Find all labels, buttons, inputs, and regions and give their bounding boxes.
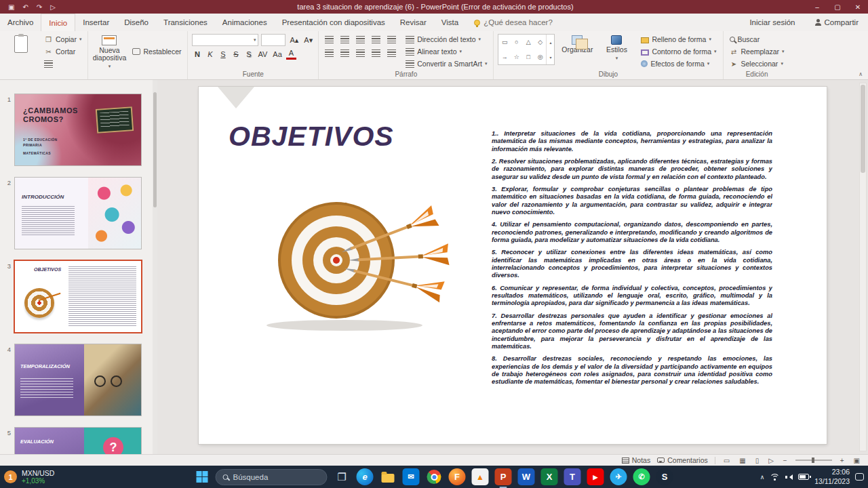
line-spacing-button[interactable] bbox=[385, 34, 398, 45]
sign-in-button[interactable]: Iniciar sesión bbox=[740, 14, 804, 31]
slide-sorter-view-button[interactable]: ▦ bbox=[738, 457, 747, 464]
minimize-button[interactable]: – bbox=[807, 0, 827, 14]
italic-button[interactable]: K bbox=[205, 48, 215, 60]
tab-inicio[interactable]: Inicio bbox=[41, 14, 75, 31]
grow-font-button[interactable]: A▴ bbox=[288, 35, 300, 46]
panel-scrollbar[interactable] bbox=[153, 80, 157, 454]
new-slide-button[interactable]: Nueva diapositiva ▾ bbox=[92, 34, 126, 69]
start-slideshow-icon[interactable]: ▷ bbox=[50, 3, 56, 11]
scrollbar-thumb[interactable] bbox=[861, 85, 865, 173]
align-right-button[interactable] bbox=[354, 47, 367, 59]
wifi-icon[interactable] bbox=[770, 473, 780, 481]
quick-styles-button[interactable]: Estilos ▾ bbox=[599, 34, 633, 69]
save-icon[interactable]: ▣ bbox=[8, 3, 14, 11]
normal-view-button[interactable]: ▭ bbox=[722, 457, 731, 464]
underline-button[interactable]: S bbox=[218, 48, 228, 60]
gallery-scroll-arrows[interactable]: ▴ ▾ bbox=[546, 35, 554, 64]
tab-animaciones[interactable]: Animaciones bbox=[215, 14, 275, 31]
taskbar-app-file-explorer[interactable] bbox=[380, 468, 397, 485]
select-button[interactable]: ➤ Seleccionar ▾ bbox=[728, 58, 787, 69]
numbering-button[interactable] bbox=[338, 34, 351, 45]
objectives-text-box[interactable]: 1.. Interpretar situaciones de la vida c… bbox=[492, 130, 772, 435]
slide-canvas[interactable]: OBJETIVOS bbox=[157, 80, 868, 454]
taskbar-app-powerpoint[interactable]: P bbox=[495, 468, 512, 485]
taskbar-app-chrome[interactable] bbox=[426, 468, 443, 485]
taskbar-app-mail[interactable]: ✉ bbox=[403, 468, 420, 485]
gallery-down-icon[interactable]: ▾ bbox=[549, 55, 551, 60]
align-center-button[interactable] bbox=[338, 47, 351, 59]
columns-button[interactable] bbox=[385, 47, 398, 59]
close-button[interactable]: ✕ bbox=[848, 0, 868, 14]
taskbar-app-teams[interactable]: T bbox=[564, 468, 581, 485]
text-shadow-button[interactable]: S bbox=[243, 48, 254, 60]
taskbar-app-excel[interactable]: X bbox=[541, 468, 558, 485]
zoom-in-button[interactable]: + bbox=[839, 457, 846, 464]
taskbar-app-vlc[interactable]: ▲ bbox=[472, 468, 489, 485]
bold-button[interactable]: N bbox=[192, 48, 202, 60]
cut-button[interactable]: ✂ Cortar bbox=[42, 46, 83, 57]
comments-button[interactable]: Comentarios bbox=[657, 456, 708, 464]
font-name-select[interactable]: ▾ bbox=[192, 34, 258, 46]
tab-archivo[interactable]: Archivo bbox=[0, 14, 41, 31]
notification-icon[interactable] bbox=[855, 473, 864, 481]
taskbar-app-firefox[interactable]: F bbox=[449, 468, 466, 485]
shape-icon[interactable]: ☆ bbox=[514, 54, 519, 60]
tab-diseno[interactable]: Diseño bbox=[117, 14, 156, 31]
tab-transiciones[interactable]: Transiciones bbox=[156, 14, 215, 31]
slide-thumbnail-3-selected[interactable]: OBJETIVOS bbox=[15, 261, 141, 332]
taskbar-app-edge[interactable]: e bbox=[357, 468, 374, 485]
arrange-button[interactable]: Organizar bbox=[560, 34, 594, 69]
target-darts-image[interactable] bbox=[250, 197, 468, 333]
slide-thumbnail-5[interactable]: EVALUACIÓN ? bbox=[15, 428, 141, 454]
start-button[interactable] bbox=[195, 470, 210, 484]
slide-editing-area[interactable]: OBJETIVOS bbox=[199, 87, 827, 444]
character-spacing-button[interactable]: AV bbox=[256, 48, 269, 60]
taskbar-search[interactable] bbox=[216, 469, 328, 485]
taskbar-app-steam[interactable]: S bbox=[656, 468, 673, 485]
strikethrough-button[interactable]: S bbox=[231, 48, 241, 60]
reading-view-button[interactable]: ▯ bbox=[754, 457, 761, 464]
paste-button[interactable] bbox=[4, 34, 38, 69]
gallery-up-icon[interactable]: ▴ bbox=[549, 40, 551, 45]
slide-thumbnail-2[interactable]: INTRODUCCIÓN bbox=[15, 178, 141, 249]
tell-me-box[interactable]: ¿Qué desea hacer? bbox=[466, 14, 561, 31]
redo-icon[interactable]: ↷ bbox=[37, 3, 42, 11]
tray-chevron-icon[interactable]: ∧ bbox=[760, 474, 765, 481]
collapse-ribbon-icon[interactable]: ∧ bbox=[859, 71, 863, 77]
volume-icon[interactable] bbox=[785, 473, 793, 481]
align-text-button[interactable]: Alinear texto ▾ bbox=[403, 46, 489, 57]
slide-title[interactable]: OBJETIVOS bbox=[229, 121, 394, 152]
shape-icon[interactable]: → bbox=[502, 54, 508, 60]
notes-button[interactable]: Notas bbox=[622, 456, 650, 464]
tab-insertar[interactable]: Insertar bbox=[75, 14, 117, 31]
copy-button[interactable]: ❐ Copiar ▾ bbox=[42, 34, 83, 45]
shape-icon[interactable]: △ bbox=[526, 39, 531, 45]
format-painter-button[interactable] bbox=[42, 58, 83, 69]
taskbar-app-whatsapp[interactable]: ✆ bbox=[633, 468, 650, 485]
slideshow-view-button[interactable]: ▷ bbox=[767, 457, 775, 464]
slide-thumbnail-4[interactable]: TEMPORALIZACIÓN bbox=[15, 344, 141, 415]
search-input[interactable] bbox=[233, 473, 311, 481]
share-button[interactable]: Compartir bbox=[805, 14, 868, 31]
tab-presentacion-con-diapositivas[interactable]: Presentación con diapositivas bbox=[275, 14, 393, 31]
indent-decrease-button[interactable] bbox=[354, 34, 367, 45]
zoom-slider[interactable] bbox=[795, 460, 832, 461]
indent-increase-button[interactable] bbox=[370, 34, 382, 45]
justify-button[interactable] bbox=[370, 47, 382, 59]
tab-vista[interactable]: Vista bbox=[434, 14, 466, 31]
font-color-button[interactable]: A bbox=[286, 48, 296, 60]
taskbar-app-task-view[interactable]: ❐ bbox=[334, 468, 351, 485]
tab-revisar[interactable]: Revisar bbox=[393, 14, 434, 31]
shape-outline-button[interactable]: Contorno de forma ▾ bbox=[639, 46, 718, 57]
taskbar-clock[interactable]: 23:06 13/11/2023 bbox=[814, 468, 850, 485]
taskbar-app-word[interactable]: W bbox=[518, 468, 535, 485]
battery-icon[interactable] bbox=[798, 474, 809, 480]
shape-icon[interactable]: ▭ bbox=[502, 39, 508, 45]
align-left-button[interactable] bbox=[323, 47, 336, 59]
convert-smartart-button[interactable]: Convertir a SmartArt ▾ bbox=[403, 58, 489, 69]
vertical-scrollbar[interactable] bbox=[859, 83, 867, 451]
slide-thumbnail-1[interactable]: ¿CAMBIAMOS CROMOS? 1º DE EDUCACIÓN PRIMA… bbox=[15, 94, 141, 165]
shape-effects-button[interactable]: Efectos de forma ▾ bbox=[639, 58, 718, 69]
shape-icon[interactable]: ○ bbox=[515, 39, 518, 45]
widgets-button[interactable]: 1 MXN/USD +1,03% bbox=[4, 469, 54, 485]
